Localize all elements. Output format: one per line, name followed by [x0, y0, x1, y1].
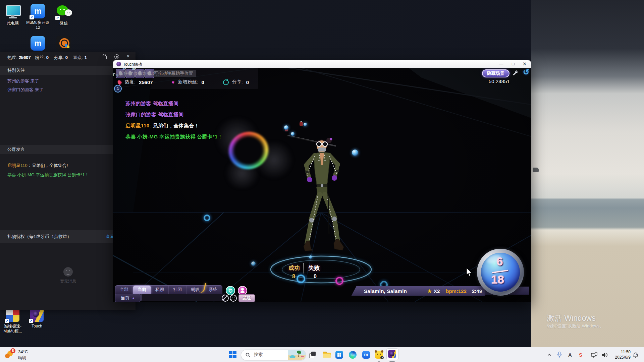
song-info-bar: Salamin, Salamin ★ X2 bpm:122 2:49	[351, 286, 485, 296]
share-icon	[223, 79, 229, 85]
edge-browser-button[interactable]	[349, 351, 357, 359]
special-message: 苏州的游客 来了	[7, 78, 39, 84]
weather-widget[interactable]: 5 34°C 晴朗	[3, 348, 43, 362]
round-counter-badge: 6 18	[477, 249, 524, 296]
hud-divider	[303, 263, 304, 274]
tray-notifications[interactable]: z	[633, 347, 639, 362]
tray-sogou-input[interactable]: S	[579, 347, 582, 362]
tab-horn[interactable]: 喇叭	[186, 286, 204, 294]
tray-date: 2025/6/9	[612, 355, 631, 360]
mumu-icon: m ↗	[30, 3, 46, 19]
search-input[interactable]	[253, 352, 285, 357]
wrench-icon[interactable]	[512, 70, 518, 76]
file-explorer-button[interactable]	[323, 351, 331, 358]
task-view-button[interactable]	[309, 351, 316, 359]
window-title-bar[interactable]: Touch触动 — □ ✕	[113, 60, 531, 68]
desktop-icon-this-pc[interactable]: 此电脑	[0, 4, 25, 26]
tab-private[interactable]: 私聊	[151, 286, 169, 294]
round-total: 18	[491, 273, 504, 286]
activate-windows-watermark: 激活 Windows	[547, 313, 596, 323]
huya-live-button[interactable]	[375, 351, 383, 359]
stage-spotlight	[267, 251, 375, 288]
record-icon[interactable]	[114, 54, 119, 59]
maximize-button[interactable]: □	[507, 60, 519, 68]
desktop-screen: 此电脑 m ↗ MuMu多开器12 ↗ 微信 m ↗ 巅峰极速-MuMu模...	[0, 0, 644, 362]
close-button[interactable]: ✕	[519, 60, 530, 68]
tray-ime-latin[interactable]: A	[568, 347, 572, 362]
mumu-player-button[interactable]: m	[362, 351, 370, 359]
fail-label: 失败	[308, 264, 320, 272]
beach-chair	[533, 168, 539, 172]
weather-condition: 晴朗	[18, 355, 26, 361]
game-chat-message: 启明星110: 兄弟们，全体集合！	[125, 123, 199, 129]
chat-user-icon[interactable]	[238, 286, 247, 295]
shortcut-arrow-icon: ↗	[5, 319, 9, 323]
tab-system[interactable]: 系统	[204, 286, 222, 294]
touch-game-window: Touch触动 — □ ✕	[113, 60, 531, 302]
active-indicator	[389, 361, 395, 362]
channel-selector[interactable]: 当前▲	[115, 294, 141, 302]
network-icon	[591, 352, 597, 358]
tray-expand-button[interactable]	[547, 347, 551, 362]
bubble	[304, 123, 307, 126]
fail-value: 0	[314, 274, 317, 280]
shortcut-arrow-icon: ↗	[30, 15, 34, 19]
tray-volume[interactable]	[602, 347, 608, 362]
activate-windows-subtitle: 转到"设置"以激活 Windows。	[547, 323, 604, 329]
game-viewport: X2 X2 Exp 1 按住Shift+Ctrl+Alt可拖动弹幕助手位置 热度…	[113, 68, 531, 302]
tray-network[interactable]	[591, 347, 597, 362]
minimize-button[interactable]: —	[495, 60, 507, 68]
desktop-icon-touch[interactable]: ↗ Touch	[24, 308, 50, 329]
app-icon	[116, 62, 121, 66]
tab-current[interactable]: 当前	[133, 286, 151, 294]
desktop-icon-racing[interactable]: ↗ 巅峰极速-MuMu模...	[0, 308, 25, 334]
desktop-icon-mumu-2[interactable]: m	[25, 36, 51, 51]
microsoft-store-button[interactable]	[335, 351, 343, 359]
touch-game-button-active[interactable]	[386, 348, 398, 360]
viewers-stat: 观众:1	[73, 55, 87, 61]
bubble	[291, 132, 294, 136]
desktop-icon-mumu-multi[interactable]: m ↗ MuMu多开器12	[25, 3, 51, 30]
game-chat-message: 苏州的游客 驾临直播间	[125, 101, 179, 107]
note-ring-magenta	[335, 277, 343, 285]
public-message: 恭喜 小妍-MG 幸运抽贵族获得 公爵卡*1！	[7, 172, 89, 178]
emoji-icon[interactable]	[230, 295, 237, 302]
tray-microphone[interactable]	[557, 347, 562, 362]
clock[interactable]: 11:50 2025/6/9	[612, 349, 631, 360]
coordinate-readout: 50.24851	[489, 78, 510, 84]
desktop-icon-label: MuMu多开器12	[25, 20, 51, 30]
close-icon[interactable]: ×	[126, 53, 130, 59]
tab-guild[interactable]: 社团	[169, 286, 186, 294]
hide-scene-button[interactable]: 隐藏场景	[482, 69, 509, 77]
mumu-icon: m	[30, 36, 46, 51]
lock-icon[interactable]	[102, 56, 107, 59]
block-icon[interactable]	[222, 295, 229, 302]
this-pc-icon	[5, 4, 20, 19]
search-highlight-thumbnail	[288, 350, 306, 360]
undo-icon[interactable]: ↺	[523, 68, 529, 77]
tab-all[interactable]: 全部	[115, 286, 133, 294]
start-button[interactable]	[229, 351, 236, 358]
prop-figure	[300, 121, 303, 126]
desktop-icon-label: 微信	[51, 21, 76, 26]
desktop-icon-wechat[interactable]: ↗ 微信	[51, 4, 76, 26]
chat-shield-icon[interactable]	[226, 286, 235, 295]
search-box[interactable]	[241, 350, 306, 360]
bubble	[284, 125, 288, 130]
bell-dnd-icon: z	[633, 352, 639, 358]
special-message: 张家口的游客 来了	[7, 87, 44, 93]
desktop-icon-recorder[interactable]	[51, 36, 76, 51]
send-button[interactable]: 发送	[238, 294, 255, 302]
song-multiplier: X2	[434, 288, 440, 294]
bubble	[352, 149, 358, 156]
tray-time: 11:50	[612, 349, 631, 355]
taskbar: 5 34°C 晴朗 m	[0, 347, 644, 362]
wechat-icon: ↗	[56, 4, 71, 19]
heat-stat: 热度:25607	[7, 55, 31, 61]
star-icon: ★	[427, 288, 432, 294]
chat-input[interactable]	[141, 294, 225, 301]
empty-message-text: 暂无消息	[55, 279, 82, 284]
note-ring-blue	[297, 275, 305, 283]
chat-tab-bar: 全部 当前 私聊 社团 喇叭 系统	[115, 285, 222, 294]
microphone-icon	[557, 352, 562, 358]
